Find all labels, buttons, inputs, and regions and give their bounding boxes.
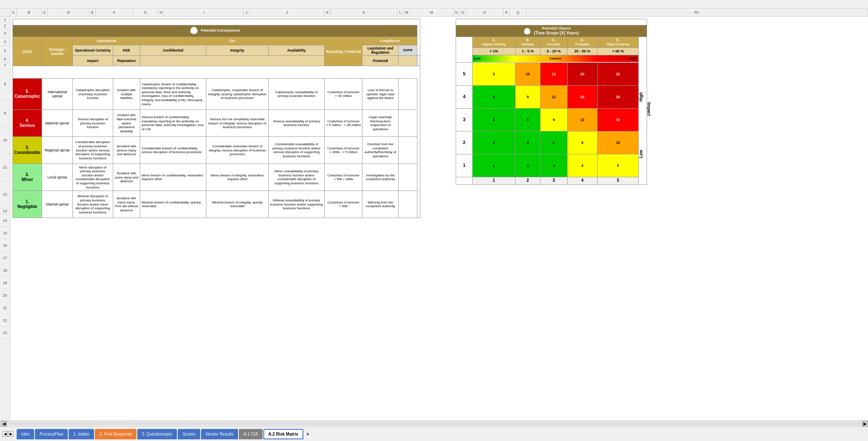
tab-a2-risk-matrix[interactable]: A.2 Risk Matrix — [263, 429, 303, 439]
impact-5-cell: 5.Catastrophic — [13, 79, 42, 110]
col-n: N — [454, 8, 460, 16]
impact-2-cell: 2.Minor — [13, 164, 42, 191]
consequence-section: Potential Consequence COSO Strategic / G… — [10, 17, 422, 420]
col-e: E — [89, 8, 96, 16]
tab-vendor-results[interactable]: Vendor Results — [201, 429, 238, 439]
range-a: < 1% — [473, 47, 516, 55]
gdpr-header: GDPR — [398, 45, 417, 56]
row-3: 3 — [0, 29, 10, 37]
cell-5-2: 10 — [515, 62, 540, 85]
consequence-table: Potential Consequence COSO Strategic / G… — [12, 19, 420, 218]
cell-3-2: 6 — [515, 108, 540, 131]
bottom-1: 1 — [473, 177, 516, 184]
col-g: G — [133, 8, 158, 16]
row-numbers: 1 2 3 4 5 6 7 8 9 10 11 12 13 14 15 16 1… — [0, 17, 10, 420]
row-9: 9 — [0, 100, 10, 127]
corner-cell — [0, 8, 10, 16]
tab-scroll-left[interactable]: ◀ — [2, 431, 8, 437]
col-m: M — [404, 8, 410, 16]
row-21: 21 — [0, 302, 10, 314]
row-8: 8 — [0, 69, 10, 100]
leg-5: Loss of license to operate, legal case a… — [362, 79, 398, 110]
col-c-header: C.Possible — [540, 37, 567, 48]
cell-1-2: 2 — [515, 154, 540, 177]
scrollbar-area[interactable]: ◀ ▶ — [0, 420, 868, 426]
tab-intro[interactable]: Intro — [17, 429, 34, 439]
bar-right — [639, 55, 647, 62]
row-14: 14 — [0, 214, 10, 227]
col-e-header: E.High Certainty — [598, 37, 639, 48]
row-22: 22 — [0, 314, 10, 327]
row-label-5: 5 — [456, 62, 473, 85]
tab-scores[interactable]: Scores — [178, 429, 200, 439]
impact-side-label: Impact — [647, 52, 651, 166]
chance-bar-cell: Low Chance High — [473, 55, 639, 62]
int-3: Considerable restorable breach of integr… — [206, 137, 268, 164]
scrollbar-track[interactable] — [8, 421, 861, 426]
col-k: K — [325, 8, 331, 16]
row-10: 10 — [0, 127, 10, 154]
gdpr-1 — [398, 191, 417, 218]
col-j2: J — [250, 8, 325, 16]
row-12: 12 — [0, 181, 10, 208]
sheet-tabs: ◀ ▶ Intro ProcessFlow 1. Intake 2. First… — [0, 426, 868, 441]
impact-4-cell: 4.Serious — [13, 110, 42, 137]
tab-scroll-right[interactable]: ▶ — [8, 431, 14, 437]
cell-5-3: 15 — [540, 62, 567, 85]
rep-1: Internal uproar — [42, 191, 73, 218]
cell-4-3: 12 — [540, 85, 567, 108]
col-i: I — [164, 8, 243, 16]
conf-1: Minimal breach of confidentiality, quick… — [140, 191, 206, 218]
legislation-header: Legislation and Regulation — [362, 45, 398, 56]
availability-header: Availability — [268, 45, 325, 56]
col-r-plus: R+ — [526, 8, 868, 16]
scroll-right-btn[interactable]: ▶ — [862, 421, 868, 426]
op-3: Considerable disruption of primary busin… — [73, 137, 113, 164]
reputation-label: Reputation — [113, 56, 140, 66]
leg-4: Legal case/high fine/long-term suspensio… — [362, 110, 398, 137]
impact-1-cell: 1.Negligible — [13, 191, 42, 218]
chance-title: Potential Chance (Time Scope [X] Years) — [534, 26, 579, 35]
row-13: 13 — [0, 208, 10, 214]
leg-2: Investigation by the competent authority — [362, 164, 398, 191]
range-c: 5 - 20 % — [540, 47, 567, 55]
op-certainty-header: Operational Certainty — [73, 45, 113, 56]
int-4: Serious but not completely restorable br… — [206, 110, 268, 137]
avail-4: Serious unavailability of primary busine… — [268, 110, 325, 137]
impact-label: Impact — [73, 56, 113, 66]
row-17: 17 — [0, 252, 10, 264]
tab-intake[interactable]: 1. Intake — [69, 429, 94, 439]
fin-3: Costs/loss of turnover > 300k - < 5 mill… — [325, 137, 362, 164]
hse-1: Accident with minor injury, First aid wi… — [113, 191, 140, 218]
cell-1-4: 4 — [567, 154, 598, 177]
int-1: Minimal breach of integrity, quickly res… — [206, 191, 268, 218]
col-j: J — [243, 8, 250, 16]
consequence-title: Potential Consequence — [201, 28, 240, 32]
cell-2-1: 2 — [473, 131, 516, 154]
scroll-left-btn[interactable]: ◀ — [1, 421, 7, 426]
tab-a1-cia[interactable]: A.1 CIA — [239, 429, 262, 439]
rep-5: International uproar — [42, 79, 73, 110]
gap — [422, 17, 439, 420]
cell-3-3: 9 — [540, 108, 567, 131]
cell-2-4: 8 — [567, 131, 598, 154]
operational-header: Operational — [73, 37, 140, 45]
cia-header: CIA — [140, 37, 325, 45]
gdpr-2 — [398, 164, 417, 191]
spreadsheet: A B C D E F G H I J J K K L M M N O O P — [0, 0, 868, 441]
cell-3-4: 12 — [567, 108, 598, 131]
row-label-1: 1 — [456, 154, 473, 177]
cell-4-5: 20 — [598, 85, 639, 108]
tab-questionnaire[interactable]: 3. Questionnaire — [137, 429, 177, 439]
cell-5-5: 25 — [598, 62, 639, 85]
row-23: 23 — [0, 327, 10, 339]
fin-2: Costs/loss of turnover > 50k < 300k — [325, 164, 362, 191]
tab-processflow[interactable]: ProcessFlow — [35, 429, 68, 439]
cell-4-1: 4 — [473, 85, 516, 108]
reporting-header: Reporting / Financial — [325, 37, 362, 66]
avail-1: Minimal unavailability of primary busine… — [268, 191, 325, 218]
add-sheet-btn[interactable]: + — [306, 431, 310, 437]
range-b: 1 - 5 % — [515, 47, 540, 55]
tab-first-response[interactable]: 2. First Response — [95, 429, 136, 439]
gdpr-3 — [398, 137, 417, 164]
